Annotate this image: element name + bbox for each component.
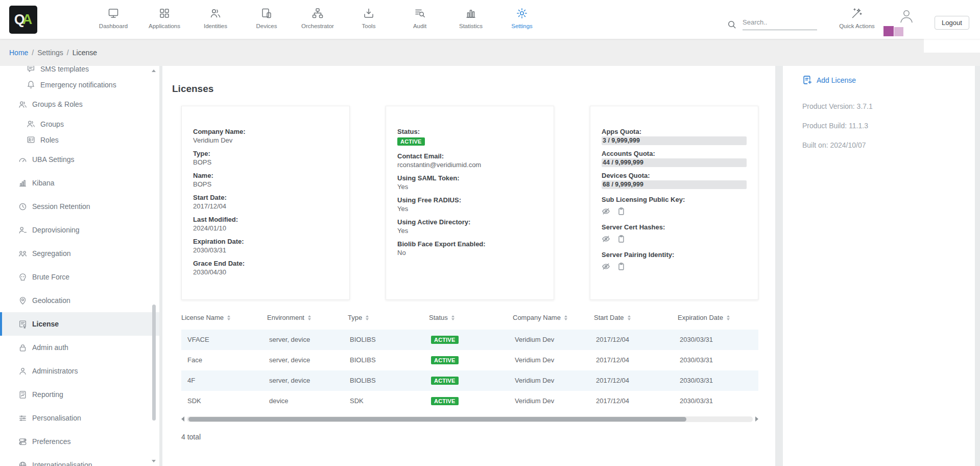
nav-item-orchestrator[interactable]: Orchestrator: [292, 0, 343, 39]
cell-start-date: 2017/12/04: [594, 336, 678, 343]
table-row-face[interactable]: Face server, device BIOLIBS ACTIVE Verid…: [181, 350, 758, 370]
cell-company: Veridium Dev: [513, 356, 594, 364]
sidebar-item-label: Roles: [40, 136, 59, 144]
field-expiration-date: Expiration Date: 2030/03/31: [193, 238, 338, 254]
certificate-icon: [18, 320, 27, 329]
devices-icon: [260, 7, 273, 19]
sidebar-item-segregation[interactable]: Segregation: [0, 242, 159, 265]
sidebar-item-roles[interactable]: Roles: [0, 132, 159, 148]
document-plus-icon: [802, 75, 812, 85]
table-total-count: 4 total: [181, 433, 775, 441]
monitor-icon: [107, 7, 119, 19]
cell-expiration-date: 2030/03/31: [678, 397, 758, 405]
secret-sub-licensing-public-key: Sub Licensing Public Key:: [602, 196, 747, 216]
scroll-left-icon[interactable]: [181, 416, 184, 422]
nav-label: Tools: [362, 23, 376, 29]
sidebar-item-label: Reporting: [32, 390, 63, 399]
secret-server-pairing-identity: Server Pairing Identity:: [602, 251, 747, 271]
cell-company: Veridium Dev: [513, 336, 594, 343]
table-row-sdk[interactable]: SDK device SDK ACTIVE Veridium Dev 2017/…: [181, 391, 758, 411]
main-nav: Dashboard Applications Identities Device…: [88, 0, 547, 39]
sidebar-item-personalisation[interactable]: Personalisation: [0, 406, 159, 430]
cell-expiration-date: 2030/03/31: [678, 377, 758, 384]
sidebar-item-label: Geolocation: [32, 296, 70, 305]
scroll-right-icon[interactable]: [755, 416, 758, 422]
sidebar-item-geolocation[interactable]: Geolocation: [0, 289, 159, 312]
nav-item-statistics[interactable]: Statistics: [445, 0, 496, 39]
secret-server-cert-hashes: Server Cert Hashes:: [602, 223, 747, 243]
nav-item-audit[interactable]: Audit: [394, 0, 445, 39]
add-license-button[interactable]: Add License: [802, 75, 960, 85]
search-input[interactable]: [743, 18, 817, 30]
person-minus-icon: [18, 226, 27, 235]
sidebar-item-sms-templates[interactable]: SMS templates: [0, 66, 159, 77]
cell-license-name: SDK: [181, 397, 267, 405]
user-avatar-icon[interactable]: [898, 8, 915, 25]
sidebar-item-emergency-notifications[interactable]: Emergency notifications: [0, 77, 159, 92]
field-biolib-face-export: Biolib Face Export Enabled: No: [397, 240, 542, 257]
person-icon: [18, 367, 27, 376]
table-row-4f[interactable]: 4F server, device BIOLIBS ACTIVE Veridiu…: [181, 370, 758, 391]
sidebar-scrollbar-thumb[interactable]: [152, 305, 156, 421]
sidebar-item-license[interactable]: License: [0, 312, 159, 336]
breadcrumb-settings-link[interactable]: Settings: [37, 49, 63, 57]
license-quota-card: Apps Quota: 3 / 9,999,999 Accounts Quota…: [590, 106, 758, 300]
sidebar-item-reporting[interactable]: Reporting: [0, 383, 159, 406]
sidebar-item-groups-roles[interactable]: Groups & Roles: [0, 92, 159, 116]
page-content: SMS templates Emergency notifications Gr…: [0, 66, 980, 466]
breadcrumb-home-link[interactable]: Home: [9, 49, 28, 57]
sort-icon: [227, 315, 230, 320]
sitemap-icon: [312, 7, 324, 19]
quota-progress-bar: 44 / 9,999,999: [602, 158, 747, 167]
sidebar-item-admin-auth[interactable]: Admin auth: [0, 336, 159, 359]
nav-item-devices[interactable]: Devices: [241, 0, 292, 39]
field-saml-token: Using SAML Token: Yes: [397, 174, 542, 191]
breadcrumb-separator: /: [32, 49, 34, 57]
quick-actions-label: Quick Actions: [839, 23, 875, 29]
table-row-vface[interactable]: VFACE server, device BIOLIBS ACTIVE Veri…: [181, 330, 758, 350]
toggles-icon: [18, 437, 27, 446]
column-header-type[interactable]: Type: [348, 314, 429, 321]
column-header-company-name[interactable]: Company Name: [513, 314, 594, 321]
nav-item-applications[interactable]: Applications: [139, 0, 190, 39]
sidebar-scroll-down-icon[interactable]: [152, 460, 156, 462]
sidebar-item-label: Kibana: [32, 179, 55, 187]
table-horizontal-scrollbar: [181, 416, 758, 422]
sidebar-item-preferences[interactable]: Preferences: [0, 430, 159, 453]
sidebar-scroll-up-icon[interactable]: [152, 69, 156, 72]
quick-actions-button[interactable]: Quick Actions: [836, 7, 877, 29]
nav-item-identities[interactable]: Identities: [190, 0, 241, 39]
column-header-status[interactable]: Status: [429, 314, 513, 321]
eye-off-icon[interactable]: [602, 207, 610, 216]
sidebar-item-kibana[interactable]: Kibana: [0, 171, 159, 195]
column-header-start-date[interactable]: Start Date: [594, 314, 678, 321]
nav-item-dashboard[interactable]: Dashboard: [88, 0, 139, 39]
logout-button[interactable]: Logout: [935, 16, 969, 30]
secret-actions: [602, 235, 747, 243]
scrollbar-track[interactable]: [187, 416, 753, 422]
app-logo[interactable]: Q A: [9, 6, 37, 34]
search-icon[interactable]: [727, 20, 736, 29]
sidebar-item-administrators[interactable]: Administrators: [0, 359, 159, 383]
sidebar-item-brute-force[interactable]: Brute Force: [0, 265, 159, 289]
scrollbar-thumb[interactable]: [188, 417, 686, 422]
nav-item-tools[interactable]: Tools: [343, 0, 394, 39]
eye-off-icon[interactable]: [602, 262, 610, 271]
sidebar-item-uba-settings[interactable]: UBA Settings: [0, 148, 159, 171]
sidebar-item-internationalisation[interactable]: Internationalisation: [0, 453, 159, 466]
quota-accounts: Accounts Quota: 44 / 9,999,999: [602, 150, 747, 167]
column-header-environment[interactable]: Environment: [267, 314, 348, 321]
sidebar-item-deprovisioning[interactable]: Deprovisioning: [0, 218, 159, 242]
field-type: Type: BOPS: [193, 150, 338, 166]
sidebar-item-groups[interactable]: Groups: [0, 116, 159, 132]
clipboard-icon[interactable]: [617, 262, 626, 271]
clipboard-icon[interactable]: [617, 207, 626, 216]
eye-off-icon[interactable]: [602, 235, 610, 243]
licenses-table: License Name Environment Type Status Com…: [181, 310, 758, 411]
nav-item-settings[interactable]: Settings: [496, 0, 547, 39]
cell-license-name: 4F: [181, 377, 267, 384]
column-header-expiration-date[interactable]: Expiration Date: [678, 314, 758, 321]
sidebar-item-session-retention[interactable]: Session Retention: [0, 195, 159, 218]
column-header-license-name[interactable]: License Name: [181, 314, 267, 321]
clipboard-icon[interactable]: [617, 235, 626, 243]
